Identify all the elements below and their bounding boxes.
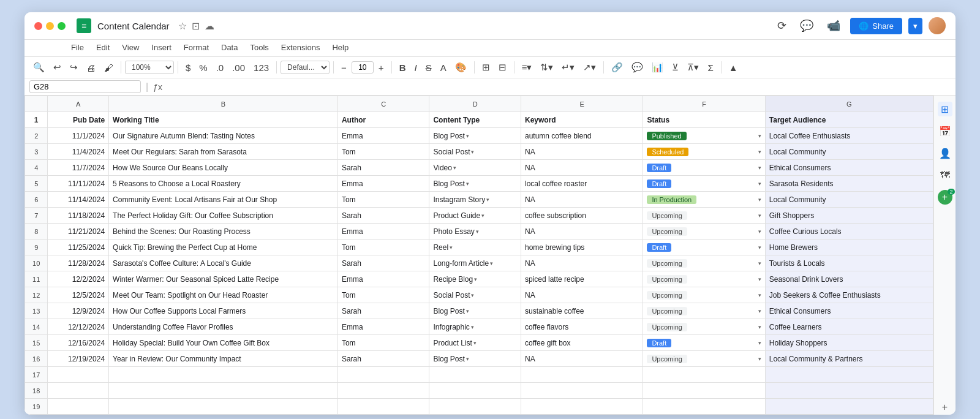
cell-e16[interactable]: NA [521,351,643,367]
chart-button[interactable]: 📊 [648,59,667,75]
cell-c13[interactable]: Sarah [337,303,429,319]
filter-button[interactable]: ⊻ [668,59,682,75]
cell-b11[interactable]: Winter Warmer: Our Seasonal Spiced Latte… [109,271,338,287]
menu-format[interactable]: Format [179,41,214,54]
cell-a3[interactable]: 11/4/2024 [48,144,109,160]
cell-a14[interactable]: 12/12/2024 [48,319,109,335]
cell-f9[interactable]: Draft▾ [643,240,765,255]
cell-f15[interactable]: Draft▾ [643,335,765,351]
cell-e8[interactable]: NA [521,224,643,240]
cell-a12[interactable]: 12/5/2024 [48,287,109,303]
cell-f13[interactable]: Upcoming▾ [643,303,765,319]
cell-d7[interactable]: Product Guide ▾ [429,208,521,224]
cell-f8[interactable]: Upcoming▾ [643,224,765,240]
cell-c8[interactable]: Emma [337,224,429,240]
share-button[interactable]: 🌐 Share [850,18,902,34]
cell-d19[interactable] [429,399,521,415]
cell-d16[interactable]: Blog Post ▾ [429,351,521,367]
link-button[interactable]: 🔗 [608,59,627,75]
cell-e3[interactable]: NA [521,144,643,160]
col-header-e[interactable]: E [521,96,643,112]
cell-d18[interactable] [429,383,521,399]
cell-g12[interactable]: Job Seekers & Coffee Enthusiasts [765,287,933,303]
cell-a10[interactable]: 11/28/2024 [48,255,109,271]
cell-g6[interactable]: Local Community [765,192,933,208]
cell-f17[interactable] [643,367,765,383]
cell-b2[interactable]: Our Signature Autumn Blend: Tasting Note… [109,128,338,144]
cell-d15[interactable]: Product List ▾ [429,335,521,351]
video-icon[interactable]: 📹 [823,18,844,34]
cell-c3[interactable]: Tom [337,144,429,160]
cell-e2[interactable]: autumn coffee blend [521,128,643,144]
cell-d17[interactable] [429,367,521,383]
people-side-icon[interactable]: 👤 [938,146,952,160]
cell-e15[interactable]: coffee gift box [521,335,643,351]
currency-button[interactable]: $ [182,60,194,75]
cell-e17[interactable] [521,367,643,383]
cell-b12[interactable]: Meet Our Team: Spotlight on Our Head Roa… [109,287,338,303]
cell-d12[interactable]: Social Post ▾ [429,287,521,303]
filter-view-button[interactable]: ⊼▾ [684,59,703,75]
cell-b15[interactable]: Holiday Special: Build Your Own Coffee G… [109,335,338,351]
cell-d9[interactable]: Reel ▾ [429,240,521,255]
cell-a15[interactable]: 12/16/2024 [48,335,109,351]
menu-view[interactable]: View [117,41,144,54]
cell-e12[interactable]: NA [521,287,643,303]
print-button[interactable]: 🖨 [83,60,99,75]
cell-a13[interactable]: 12/9/2024 [48,303,109,319]
cell-f16[interactable]: Upcoming▾ [643,351,765,367]
cell-b9[interactable]: Quick Tip: Brewing the Perfect Cup at Ho… [109,240,338,255]
cell-d14[interactable]: Infographic ▾ [429,319,521,335]
menu-tools[interactable]: Tools [245,41,273,54]
cell-f10[interactable]: Upcoming▾ [643,255,765,271]
cell-c16[interactable]: Sarah [337,351,429,367]
font-size-minus[interactable]: − [337,60,350,75]
cell-g5[interactable]: Sarasota Residents [765,176,933,192]
cell-c12[interactable]: Tom [337,287,429,303]
cell-c11[interactable]: Emma [337,271,429,287]
cell-b18[interactable] [109,383,338,399]
cell-c10[interactable]: Sarah [337,255,429,271]
sheets-side-icon[interactable]: ⊞ [938,102,952,116]
cell-b16[interactable]: Year in Review: Our Community Impact [109,351,338,367]
cell-f4[interactable]: Draft▾ [643,160,765,176]
cell-d8[interactable]: Photo Essay ▾ [429,224,521,240]
valign-button[interactable]: ⇅▾ [537,59,557,75]
col-header-f[interactable]: F [643,96,765,112]
cell-c18[interactable] [337,383,429,399]
cell-d4[interactable]: Video ▾ [429,160,521,176]
menu-file[interactable]: File [66,41,89,54]
cell-b8[interactable]: Behind the Scenes: Our Roasting Process [109,224,338,240]
cell-b14[interactable]: Understanding Coffee Flavor Profiles [109,319,338,335]
cell-c15[interactable]: Tom [337,335,429,351]
cell-g11[interactable]: Seasonal Drink Lovers [765,271,933,287]
apps-side-icon[interactable]: + [938,190,952,205]
cell-f19[interactable] [643,399,765,415]
cell-g2[interactable]: Local Coffee Enthusiasts [765,128,933,144]
zoom-select[interactable]: 100% [125,61,174,74]
cell-f5[interactable]: Draft▾ [643,176,765,192]
cell-a5[interactable]: 11/11/2024 [48,176,109,192]
cell-e5[interactable]: local coffee roaster [521,176,643,192]
cell-c19[interactable] [337,399,429,415]
cell-c1[interactable]: Author [337,112,429,128]
cell-b10[interactable]: Sarasota's Coffee Culture: A Local's Gui… [109,255,338,271]
minimize-button[interactable] [46,22,54,30]
cell-c9[interactable]: Tom [337,240,429,255]
cell-g7[interactable]: Gift Shoppers [765,208,933,224]
cell-g18[interactable] [765,383,933,399]
cell-e7[interactable]: coffee subscription [521,208,643,224]
cell-g15[interactable]: Holiday Shoppers [765,335,933,351]
menu-data[interactable]: Data [216,41,243,54]
cell-e19[interactable] [521,399,643,415]
cell-a17[interactable] [48,367,109,383]
cell-b5[interactable]: 5 Reasons to Choose a Local Roastery [109,176,338,192]
decimal-inc-button[interactable]: .00 [228,60,249,75]
cell-a18[interactable] [48,383,109,399]
collapse-button[interactable]: ▲ [725,60,742,75]
cell-d6[interactable]: Instagram Story ▾ [429,192,521,208]
cell-e14[interactable]: coffee flavors [521,319,643,335]
cell-a1[interactable]: Pub Date [48,112,109,128]
maximize-button[interactable] [58,22,66,30]
cell-e13[interactable]: sustainable coffee [521,303,643,319]
